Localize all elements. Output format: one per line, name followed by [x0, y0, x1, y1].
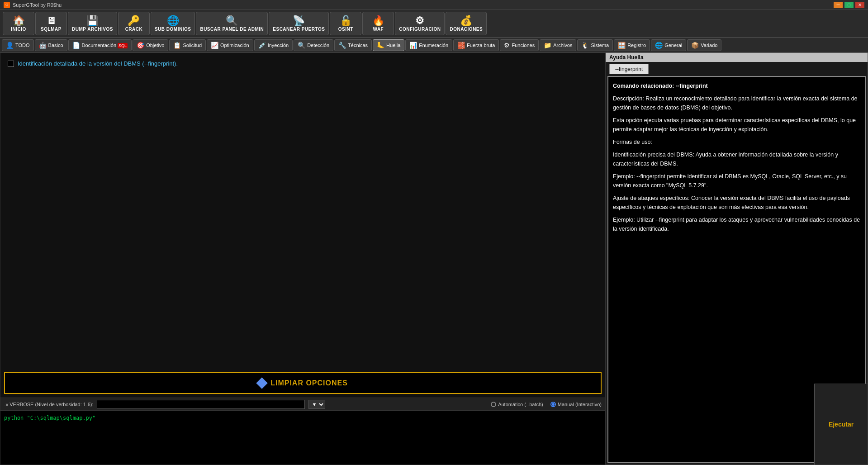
- subdominios-icon: 🌐: [167, 16, 179, 26]
- left-panel: Identificación detallada de la versión d…: [0, 52, 606, 465]
- toolbar-btn-donaciones[interactable]: 💰 DONACIONES: [446, 12, 487, 35]
- tab-todo[interactable]: 👤TODO: [2, 39, 34, 51]
- maximize-button[interactable]: □: [844, 2, 854, 8]
- funciones-tab-icon: ⚙: [504, 42, 510, 49]
- radio-manual[interactable]: Manual (Interactivo): [550, 402, 602, 407]
- tab-deteccion[interactable]: 🔍Detección: [294, 39, 333, 51]
- enumeracion-tab-label: Enumeración: [419, 43, 448, 48]
- deteccion-tab-label: Detección: [307, 43, 329, 48]
- puertos-label: ESCANEAR PUERTOS: [273, 27, 325, 32]
- clear-button[interactable]: LIMPIAR OPCIONES: [4, 372, 602, 394]
- radio-dot-manual: [550, 402, 556, 407]
- donaciones-label: DONACIONES: [450, 27, 483, 32]
- tab-inyeccion[interactable]: 💉Inyección: [254, 39, 293, 51]
- toolbar-btn-dump[interactable]: 💾 DUMP ARCHIVOS: [68, 12, 117, 35]
- verbose-dropdown[interactable]: ▼: [308, 400, 325, 409]
- waf-label: WAF: [373, 27, 384, 32]
- toolbar-btn-waf[interactable]: 🔥 WAF: [362, 12, 394, 35]
- help-line1: Comando relacionado: --fingerprint: [613, 81, 860, 90]
- basico-tab-icon: 🤖: [39, 42, 47, 49]
- toolbar-btn-crack[interactable]: 🔑 CRACK: [118, 12, 150, 35]
- help-panel-header: Ayuda Huella: [606, 53, 868, 62]
- variado-tab-label: Variado: [701, 43, 717, 48]
- basico-tab-label: Basico: [48, 43, 63, 48]
- sqlmap-label: SQLMAP: [41, 27, 62, 32]
- help-line10: Ejemplo: --fingerprint permite identific…: [613, 172, 860, 190]
- tab-solicitud[interactable]: 📋Solicitud: [169, 39, 206, 51]
- help-line8: Identificación precisa del DBMS: Ayuda a…: [613, 150, 860, 168]
- tab-huella[interactable]: 🦶Huella: [373, 39, 404, 51]
- tab-variado[interactable]: 📦Variado: [687, 39, 721, 51]
- window-title: SuperGTool by R0$hu: [13, 2, 62, 8]
- general-tab-icon: 🌐: [655, 42, 663, 49]
- toolbar-btn-puertos[interactable]: 📡 ESCANEAR PUERTOS: [269, 12, 329, 35]
- enumeracion-tab-icon: 📊: [409, 42, 417, 49]
- toolbar-btn-subdominios[interactable]: 🌐 SUB DOMINIOS: [151, 12, 195, 35]
- clear-diamond-icon: [256, 377, 267, 389]
- waf-icon: 🔥: [372, 16, 384, 26]
- tab-sistema[interactable]: 🐧Sistema: [577, 39, 613, 51]
- osint-label: OSINT: [338, 27, 353, 32]
- variado-tab-icon: 📦: [691, 42, 699, 49]
- tab-registro[interactable]: 🪟Registro: [614, 39, 650, 51]
- toolbar-btn-panel[interactable]: 🔍 BUSCAR PANEL DE ADMIN: [196, 12, 268, 35]
- puertos-icon: 📡: [293, 16, 305, 26]
- general-tab-label: General: [664, 43, 682, 48]
- help-line3: Descripción: Realiza un reconocimiento d…: [613, 94, 860, 112]
- config-icon: ⚙: [415, 16, 424, 26]
- tab-objetivo[interactable]: 🎯Objetivo: [133, 39, 168, 51]
- sistema-tab-label: Sistema: [591, 43, 609, 48]
- tab-basico[interactable]: 🤖Basico: [35, 39, 67, 51]
- archivos-tab-label: Archivos: [553, 43, 572, 48]
- command-text: python "C:\sqlmap\sqlmap.py": [4, 415, 95, 421]
- documentacion-tab-label: Documentación SQL: [82, 43, 128, 48]
- registro-tab-label: Registro: [627, 43, 646, 48]
- toolbar-btn-sqlmap[interactable]: 🖥 SQLMAP: [35, 12, 67, 35]
- radio-group: Automático (--batch) Manual (Interactivo…: [491, 402, 602, 407]
- help-line13: Ejemplo: Utilizar --fingerprint para ada…: [613, 215, 860, 233]
- todo-tab-label: TODO: [15, 43, 30, 48]
- toolbar-btn-osint[interactable]: 🔓 OSINT: [330, 12, 361, 35]
- right-side-panel: Ejecutar: [814, 384, 868, 465]
- title-bar-left: G SuperGTool by R0$hu: [4, 2, 62, 8]
- fingerprint-checkbox[interactable]: [8, 61, 14, 67]
- panel-icon: 🔍: [226, 16, 238, 26]
- tab-optimizacion[interactable]: 📈Optimización: [207, 39, 253, 51]
- app-icon: G: [4, 2, 10, 8]
- objetivo-tab-label: Objetivo: [146, 43, 164, 48]
- help-tab-fingerprint[interactable]: --fingerprint: [609, 64, 649, 74]
- inyeccion-tab-label: Inyección: [268, 43, 289, 48]
- fuerzabruta-tab-icon: 🧱: [457, 42, 465, 49]
- subdominios-label: SUB DOMINIOS: [155, 27, 191, 32]
- tab-tecnicas[interactable]: 🔧Técnicas: [334, 39, 372, 51]
- ejecutar-button[interactable]: Ejecutar: [829, 421, 854, 428]
- tab-documentacion[interactable]: 📄Documentación SQL: [68, 39, 132, 51]
- config-label: CONFIGURACION: [399, 27, 441, 32]
- options-area: Identificación detallada de la versión d…: [0, 53, 605, 369]
- toolbar-btn-config[interactable]: ⚙ CONFIGURACION: [395, 12, 445, 35]
- radio-dot-auto: [491, 402, 496, 407]
- inicio-label: INICIO: [11, 27, 26, 32]
- registro-tab-icon: 🪟: [618, 42, 626, 49]
- tecnicas-tab-label: Técnicas: [348, 43, 368, 48]
- toolbar-btn-inicio[interactable]: 🏠 INICIO: [3, 12, 34, 35]
- radio-automatico[interactable]: Automático (--batch): [491, 402, 543, 407]
- close-button[interactable]: ✕: [855, 2, 864, 8]
- fingerprint-label: Identificación detallada de la versión d…: [18, 60, 178, 67]
- tab-funciones[interactable]: ⚙Funciones: [500, 39, 539, 51]
- dump-icon: 💾: [86, 16, 99, 26]
- command-area: python "C:\sqlmap\sqlmap.py": [0, 410, 605, 465]
- verbose-input[interactable]: [97, 400, 305, 409]
- tab-archivos[interactable]: 📁Archivos: [540, 39, 576, 51]
- fingerprint-option: Identificación detallada de la versión d…: [8, 60, 598, 67]
- minimize-button[interactable]: ─: [834, 2, 843, 8]
- tab-fuerzabruta[interactable]: 🧱Fuerza bruta: [453, 39, 499, 51]
- crack-label: CRACK: [125, 27, 143, 32]
- tab-general[interactable]: 🌐General: [651, 39, 686, 51]
- sqlmap-icon: 🖥: [46, 16, 56, 26]
- solicitud-tab-label: Solicitud: [183, 43, 202, 48]
- todo-tab-icon: 👤: [6, 42, 14, 49]
- tab-enumeracion[interactable]: 📊Enumeración: [405, 39, 452, 51]
- osint-icon: 🔓: [340, 16, 352, 26]
- second-toolbar: 👤TODO🤖Basico📄Documentación SQL🎯Objetivo📋…: [0, 38, 868, 52]
